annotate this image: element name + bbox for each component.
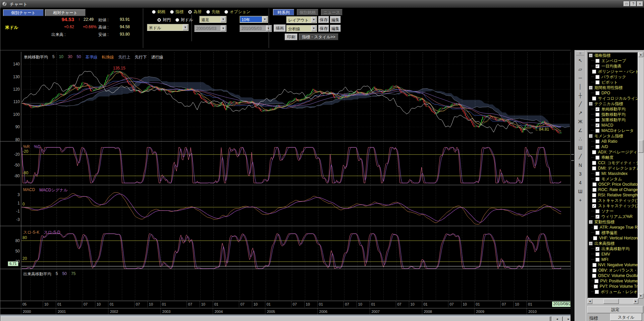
analysis-line-edit-button[interactable]: 編集 — [330, 25, 341, 32]
tree-item[interactable]: ✓一目均衡表 — [588, 63, 638, 69]
pin-button[interactable]: □ — [624, 1, 630, 6]
chart-canvas[interactable]: 0510010710010710010710010710010710010710… — [0, 50, 575, 316]
title-bar[interactable]: チャート □ ? × — [0, 0, 644, 8]
checkbox-icon[interactable] — [592, 150, 596, 154]
help-button[interactable]: ? — [630, 1, 636, 6]
tree-item[interactable]: モメンタム — [588, 176, 638, 182]
radio-icon[interactable] — [157, 18, 161, 22]
analysis-line-select[interactable]: 分析線 ▼ — [286, 25, 317, 32]
tree-item[interactable]: OBV: オンバランス・ — [588, 268, 638, 273]
timeseries-button[interactable]: 時系列 — [273, 9, 294, 15]
tree-item[interactable]: NVI: Negative Volume — [588, 262, 638, 268]
checkbox-icon[interactable] — [595, 172, 599, 176]
tree-item[interactable]: 指数移動平均 — [588, 112, 638, 117]
checkbox-icon[interactable] — [595, 177, 599, 181]
tree-item[interactable]: MFI — [588, 257, 638, 262]
tree-item[interactable]: MACDオシレータ — [588, 128, 638, 133]
asset-radio-2[interactable]: 為替 — [188, 9, 202, 15]
checkbox-icon[interactable] — [592, 274, 596, 278]
collapse-icon[interactable]: − — [589, 102, 593, 106]
tree-item[interactable]: ROC: Rate of Change — [588, 187, 638, 192]
checkbox-icon[interactable] — [595, 290, 599, 294]
collapse-icon[interactable]: − — [589, 220, 593, 224]
checkbox-icon[interactable] — [595, 231, 599, 235]
layout-save-button[interactable]: 保存 — [318, 16, 329, 23]
checkbox-icon[interactable] — [595, 80, 599, 84]
tree-group[interactable]: −出来高指標 — [588, 241, 638, 246]
indicator-tree[interactable]: −価格指標エンベロープ✓一目均衡表ボリンジャー・バンドパラボリックピボット−期間… — [587, 52, 638, 299]
tree-item[interactable]: ✓ストキャスティック(スロ — [588, 203, 638, 209]
checkbox-icon[interactable] — [595, 139, 599, 143]
collapse-icon[interactable]: − — [589, 54, 593, 57]
tree-item[interactable]: DMI: ディレクショナル・ — [588, 166, 638, 171]
radio-icon[interactable] — [170, 10, 174, 14]
gann-fan-tool[interactable]: Ж — [576, 118, 584, 126]
tree-item[interactable]: VHF: Vertical Horizon — [588, 235, 638, 241]
tree-item[interactable]: PVI: Positive Volume — [588, 278, 638, 284]
parallel-line-tool[interactable]: ╱ — [576, 153, 584, 161]
tree-item[interactable]: ソナー — [588, 209, 638, 214]
tree-item[interactable]: ストキャスティック(ファ — [588, 198, 638, 203]
tree-group[interactable]: −モメンタム指標 — [588, 133, 638, 139]
checkbox-icon[interactable]: ✓ — [595, 123, 599, 127]
checkbox-icon[interactable]: ✓ — [595, 247, 599, 251]
speed-resistance-tool[interactable]: ∴ — [576, 135, 584, 143]
freehand-tool[interactable]: + — [576, 196, 584, 204]
tree-item[interactable]: ✓ウィリアムズ%R — [588, 214, 638, 219]
checkbox-icon[interactable] — [592, 182, 596, 186]
checkbox-icon[interactable] — [592, 188, 596, 192]
checkbox-icon[interactable]: ✓ — [595, 64, 599, 68]
tree-item[interactable]: DPO — [588, 90, 638, 96]
tree-item[interactable]: 乖離度 — [588, 155, 638, 160]
checkbox-icon[interactable]: ✓ — [595, 215, 599, 219]
checkbox-icon[interactable] — [595, 91, 599, 95]
zigzag-tool[interactable]: N — [576, 162, 584, 170]
range-select[interactable]: 10年 ▼ — [239, 16, 268, 23]
draw-button[interactable]: 描画 — [274, 25, 286, 32]
close-button[interactable]: × — [637, 1, 643, 6]
checkbox-icon[interactable] — [594, 284, 598, 288]
tree-item[interactable]: RSI: Relative Strength — [588, 192, 638, 198]
checkbox-icon[interactable] — [595, 59, 599, 63]
tree-horizontal-scrollbar[interactable]: ◄ ► — [587, 299, 638, 304]
tree-group[interactable]: −変動性指標 — [588, 219, 638, 225]
checkbox-icon[interactable] — [592, 193, 596, 197]
radio-icon[interactable] — [224, 10, 228, 14]
tree-group[interactable]: −期間有用性指標 — [588, 85, 638, 90]
tree-item[interactable]: OSCV: Volume Oscilla — [588, 273, 638, 278]
checkbox-icon[interactable] — [595, 209, 599, 213]
tree-group[interactable]: −価格指標 — [588, 53, 638, 58]
tree-item[interactable]: ボリンジャー・バンド — [588, 69, 638, 74]
indicator-style-button[interactable]: 指標・スタイル>> — [299, 34, 338, 40]
checkbox-icon[interactable] — [592, 268, 596, 272]
radio-icon[interactable] — [188, 10, 192, 14]
chevron-down-icon[interactable]: ▼ — [262, 16, 267, 22]
tab-individual-chart[interactable]: 個別チャート — [3, 9, 44, 16]
checkbox-icon[interactable] — [595, 112, 599, 117]
period-select[interactable]: 週足 ▼ — [199, 16, 226, 23]
collapse-icon[interactable]: − — [589, 134, 593, 138]
fibonacci-time-tool[interactable]: Ш — [576, 188, 584, 196]
asset-radio-3[interactable]: 先物 — [206, 9, 220, 15]
scroll-down-icon[interactable]: ▼ — [638, 293, 643, 299]
checkbox-icon[interactable] — [593, 236, 597, 240]
checkbox-icon[interactable] — [595, 129, 599, 133]
tree-hscroll-thumb[interactable] — [603, 299, 619, 304]
settings-button[interactable]: 設定 — [587, 306, 643, 313]
tree-item[interactable]: 加重移動平均 — [588, 117, 638, 123]
tab-relative-chart[interactable]: 相対チャート — [45, 9, 86, 16]
collapse-icon[interactable]: − — [589, 86, 593, 90]
eraser-tool[interactable]: ▱ — [576, 65, 584, 74]
asset-radio-1[interactable]: 指標 — [170, 9, 183, 15]
tree-item[interactable]: ✓MACD — [588, 123, 638, 128]
tree-item[interactable]: パラボリック — [588, 74, 638, 80]
tree-item[interactable]: ADX: アベレージディレ — [588, 149, 638, 155]
chevron-down-icon[interactable]: ▼ — [311, 26, 316, 31]
checkbox-icon[interactable] — [595, 118, 599, 122]
symbol-select[interactable]: 米ドル ▼ — [147, 24, 189, 31]
tree-item[interactable]: サイコロジカルライン — [588, 96, 638, 101]
tree-item[interactable]: 標準偏差 — [588, 230, 638, 235]
checkbox-icon[interactable] — [595, 252, 599, 256]
tree-item[interactable]: CCI: コモディティ・チャ — [588, 160, 638, 166]
cycle-3-lines-tool[interactable]: 3 — [576, 170, 584, 178]
